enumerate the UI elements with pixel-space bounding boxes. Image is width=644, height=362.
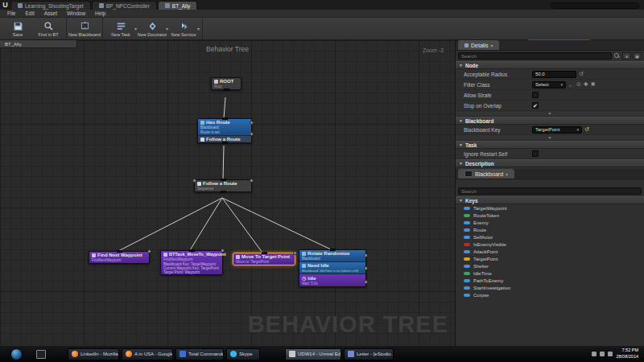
unreal-icon <box>289 351 295 357</box>
firefox-icon <box>72 351 78 357</box>
quick-launch-icon[interactable] <box>36 350 46 359</box>
blackboard-key-isenemyvisible[interactable]: IsEnemyVisible <box>456 241 644 248</box>
blackboard-key-enemy[interactable]: Enemy <box>456 219 644 226</box>
new-service-dropdown-icon[interactable]: ▾ <box>197 26 200 31</box>
blackboard-search-input[interactable] <box>458 187 642 195</box>
blackboard-key-dropdown[interactable]: TargetPoint▾ <box>532 126 582 134</box>
use-selected-icon[interactable]: ← <box>568 82 574 88</box>
window-tab-blueprint[interactable]: BP_NPCController <box>92 1 157 10</box>
decorator-need-idle[interactable]: Need Idle Blackboard: IdleTime is set (a… <box>299 262 365 274</box>
blackboard-key-route[interactable]: Route <box>456 226 644 233</box>
toolbar-group-blackboard: New Blackboard <box>67 18 103 39</box>
root-node-icon <box>214 80 218 84</box>
taskbar-item-total-commander[interactable]: Total Commander ... <box>175 348 224 360</box>
decorator-icon <box>302 252 306 256</box>
browse-icon[interactable]: ⊙ <box>576 81 581 88</box>
filter-button[interactable]: ≡ <box>622 52 631 60</box>
decorator-has-route[interactable]: Has Route Blackboard: Route is set <box>198 119 251 136</box>
menu-file[interactable]: File <box>3 10 19 16</box>
search-icon <box>43 21 54 31</box>
menu-asset[interactable]: Asset <box>40 10 61 16</box>
reset-to-default-icon[interactable]: ↺ <box>579 71 584 77</box>
tray-icon[interactable] <box>608 352 613 356</box>
visibility-button[interactable]: ◉ <box>633 52 642 60</box>
add-icon[interactable]: ✚ <box>584 81 588 88</box>
section-blackboard[interactable]: ▼Blackboard <box>456 117 644 125</box>
node-bttask-moveto-waypoint[interactable]: BTTask_MoveTo_Waypoint FindNextWaypoint … <box>160 250 223 275</box>
blackboard-key-routetoken[interactable]: RouteToken <box>456 212 644 219</box>
node-section-expander[interactable]: ▼ <box>456 111 644 117</box>
reset-to-default-icon[interactable]: ↺ <box>584 126 589 133</box>
taskbar-item-google[interactable]: A in USA - Google ... <box>122 348 173 360</box>
taskbar-item-linkedin[interactable]: LinkedIn - Mozilla F... <box>68 348 119 360</box>
filter-class-dropdown[interactable]: Select▾ <box>532 81 566 88</box>
clear-icon[interactable]: ✖ <box>591 81 596 88</box>
node-input-pin[interactable] <box>189 249 195 252</box>
blackboard-key-shelter[interactable]: Shelter <box>456 262 644 269</box>
window-tab-level[interactable]: Learning_ShootingTarget <box>10 1 91 10</box>
new-blackboard-button[interactable]: New Blackboard <box>69 18 100 39</box>
tray-icon[interactable] <box>600 352 605 356</box>
node-output-pin[interactable] <box>224 88 229 91</box>
tab-details[interactable]: Details ▾ <box>458 40 499 50</box>
ignore-restart-self-checkbox[interactable] <box>532 150 539 157</box>
window-tab-behavior-tree[interactable]: BT_Ally <box>158 1 197 10</box>
tab-options-icon[interactable]: ▾ <box>506 171 508 177</box>
blackboard-key-selfactor[interactable]: SelfActor <box>456 233 644 241</box>
section-description[interactable]: ▼Description <box>456 159 644 167</box>
node-handle <box>192 179 196 183</box>
node-move-to-target-point[interactable]: Move To Target Point Move to: TargetPoin… <box>233 253 295 265</box>
blackboard-key-targetpoint[interactable]: TargetPoint <box>456 255 644 262</box>
new-service-icon <box>179 21 189 31</box>
new-task-button[interactable]: New Task <box>105 18 136 39</box>
node-input-pin[interactable] <box>330 249 336 251</box>
menu-edit[interactable]: Edit <box>21 10 38 16</box>
node-idle-stack[interactable]: Rotate Randomize Blackboard Need Idle Bl… <box>299 249 366 287</box>
node-root[interactable]: ROOT Root <box>211 77 242 90</box>
window-tab-label: BT_Ally <box>172 3 190 9</box>
blackboard-key-attackpoint[interactable]: AttackPoint <box>456 248 644 255</box>
new-decorator-button[interactable]: New Decorator <box>137 18 167 39</box>
node-has-route[interactable]: Has Route Blackboard: Route is set Follo… <box>197 118 252 143</box>
new-service-button[interactable]: New Service <box>168 18 199 39</box>
blackboard-key-startinvestigation[interactable]: StartInvestigation <box>456 284 644 291</box>
node-input-pin[interactable] <box>221 179 226 181</box>
menu-window[interactable]: Window <box>63 10 89 16</box>
node-input-pin[interactable] <box>222 117 228 120</box>
blackboard-key-corpse[interactable]: Corpse <box>456 291 644 298</box>
menu-help[interactable]: Help <box>91 10 109 16</box>
section-node[interactable]: ▼Node <box>456 61 644 69</box>
decorator-rotate-randomize[interactable]: Rotate Randomize Blackboard <box>299 250 365 262</box>
save-button[interactable]: Save <box>2 18 33 39</box>
section-task[interactable]: ▼Task <box>456 141 644 149</box>
blackboard-key-targetwaypoint[interactable]: TargetWaypoint <box>456 204 644 212</box>
taskbar-clock[interactable]: 7:52 PM 28/08/2014 <box>616 348 638 360</box>
task-idle[interactable]: ◷Idle Wait: 5.0s <box>299 274 365 286</box>
behavior-tree-tab-icon <box>165 3 170 8</box>
allow-strafe-checkbox[interactable] <box>532 92 539 98</box>
node-follow-route[interactable]: Follow a Route Sequence <box>194 179 252 192</box>
taskbar-item-unreal[interactable]: UDW14 - Unreal Ed... <box>285 348 341 360</box>
section-keys[interactable]: ▼Keys <box>456 196 644 204</box>
window-tab-label: BP_NPCController <box>106 3 150 9</box>
taskbar-item-skype[interactable]: Skype <box>226 348 260 360</box>
blackboard-key-pathtoenemy[interactable]: PathToEnemy <box>456 277 644 284</box>
node-input-pin[interactable] <box>117 250 122 253</box>
find-in-bt-button[interactable]: Find in BT <box>33 18 64 39</box>
start-button[interactable] <box>10 348 23 360</box>
node-output-pin[interactable] <box>221 191 226 193</box>
key-icon <box>464 265 470 268</box>
node-input-pin[interactable] <box>262 252 267 254</box>
taskbar-item-letter[interactable]: Letter - [eStudio... <box>344 348 394 360</box>
behavior-tree-graph[interactable]: BT_Ally Behavior Tree Zoom -3 ROOT Root <box>0 40 456 346</box>
tray-icon[interactable] <box>592 352 597 356</box>
blackboard-key-idletime[interactable]: IdleTime <box>456 269 644 277</box>
blackboard-section-expander[interactable]: ▼ <box>456 135 644 141</box>
stop-on-overlap-checkbox[interactable]: ✔ <box>532 102 539 109</box>
details-search-input[interactable] <box>458 52 612 60</box>
acceptable-radius-input[interactable]: 50.0 <box>532 71 576 78</box>
tab-options-icon[interactable]: ▾ <box>490 43 493 48</box>
node-output-pin[interactable] <box>222 142 228 144</box>
tab-blackboard[interactable]: Blackboard ▾ <box>458 169 514 179</box>
node-find-next-waypoint[interactable]: Find Next Waypoint FindNextWaypoint <box>89 251 150 264</box>
